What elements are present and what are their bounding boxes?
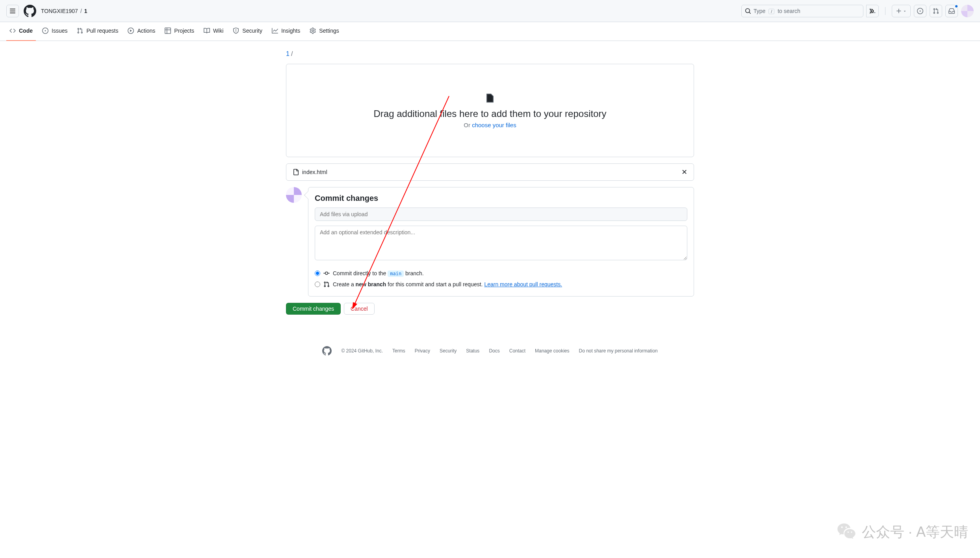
tab-label: Pull requests: [86, 28, 118, 34]
commit-new-branch-label: Create a new branch for this commit and …: [333, 281, 562, 287]
commit-form: Commit changes Commit directly to the ma…: [308, 187, 694, 297]
tab-code[interactable]: Code: [6, 22, 36, 41]
code-icon: [9, 28, 16, 34]
inbox-icon: [948, 8, 955, 14]
notification-indicator: [954, 4, 958, 8]
tab-label: Actions: [137, 28, 155, 34]
file-dropzone[interactable]: Drag additional files here to add them t…: [286, 64, 694, 157]
cancel-button[interactable]: Cancel: [344, 303, 375, 315]
tab-settings[interactable]: Settings: [306, 22, 342, 41]
command-palette-icon: [869, 8, 876, 14]
git-pull-request-icon: [77, 28, 83, 34]
shield-icon: [233, 28, 239, 34]
tab-security[interactable]: Security: [230, 22, 265, 41]
path-header: 1/: [286, 50, 694, 57]
file-icon: [484, 93, 496, 104]
commit-description-textarea[interactable]: [315, 226, 687, 260]
user-avatar-button[interactable]: [961, 5, 974, 17]
triangle-down-icon: [903, 9, 907, 13]
book-icon: [204, 28, 210, 34]
tab-actions[interactable]: Actions: [124, 22, 158, 41]
tab-label: Wiki: [213, 28, 223, 34]
remove-file-button[interactable]: ✕: [681, 169, 687, 176]
commit-avatar: [286, 187, 302, 203]
github-logo-icon[interactable]: [24, 5, 36, 17]
pull-requests-button[interactable]: [930, 5, 942, 17]
search-slash-key: /: [768, 9, 774, 14]
git-pull-request-icon: [323, 281, 330, 287]
breadcrumb-owner-link[interactable]: TONGXIE1907: [41, 8, 78, 14]
search-placeholder-prefix: Type: [754, 8, 765, 14]
table-icon: [165, 28, 171, 34]
hamburger-menu-button[interactable]: [6, 5, 19, 17]
uploaded-file-name: index.html: [302, 169, 327, 175]
footer-link-status[interactable]: Status: [466, 348, 479, 354]
uploaded-file-row: index.html ✕: [286, 163, 694, 181]
dropzone-title: Drag additional files here to add them t…: [299, 108, 681, 119]
repo-root-link[interactable]: 1: [286, 50, 290, 57]
tab-insights[interactable]: Insights: [269, 22, 303, 41]
tab-label: Projects: [174, 28, 194, 34]
tab-label: Settings: [319, 28, 339, 34]
tab-pull-requests[interactable]: Pull requests: [74, 22, 121, 41]
footer-link-privacy[interactable]: Privacy: [415, 348, 430, 354]
tab-label: Issues: [52, 28, 67, 34]
footer-link-terms[interactable]: Terms: [392, 348, 405, 354]
commit-heading: Commit changes: [308, 187, 694, 208]
commit-summary-input[interactable]: [315, 208, 687, 221]
breadcrumb-separator: /: [80, 8, 82, 14]
footer: © 2024 GitHub, Inc. Terms Privacy Securi…: [286, 337, 694, 365]
github-mark-icon[interactable]: [322, 346, 332, 356]
issue-opened-icon: [917, 8, 923, 14]
file-icon: [293, 169, 299, 175]
tab-projects[interactable]: Projects: [161, 22, 197, 41]
commit-direct-radio[interactable]: [315, 271, 320, 276]
create-new-button[interactable]: [892, 5, 911, 17]
tab-issues[interactable]: Issues: [39, 22, 71, 41]
dropzone-subtitle: Or choose your files: [299, 122, 681, 128]
footer-link-donotshare[interactable]: Do not share my personal information: [579, 348, 657, 354]
repo-nav: Code Issues Pull requests Actions Projec…: [0, 22, 980, 41]
play-icon: [128, 28, 134, 34]
git-pull-request-icon: [933, 8, 939, 14]
choose-files-link[interactable]: choose your files: [472, 122, 516, 128]
divider: [885, 7, 885, 15]
tab-label: Code: [19, 28, 33, 34]
commit-new-branch-radio[interactable]: [315, 282, 320, 287]
gear-icon: [310, 28, 316, 34]
command-palette-button[interactable]: [866, 5, 879, 17]
commit-changes-button[interactable]: Commit changes: [286, 303, 341, 315]
breadcrumb-repo-link[interactable]: 1: [84, 8, 87, 14]
three-bars-icon: [9, 8, 16, 14]
graph-icon: [272, 28, 278, 34]
footer-copyright: © 2024 GitHub, Inc.: [341, 348, 383, 354]
tab-wiki[interactable]: Wiki: [200, 22, 226, 41]
issue-opened-icon: [42, 28, 48, 34]
learn-pr-link[interactable]: Learn more about pull requests.: [484, 281, 562, 287]
avatar-image: [961, 5, 974, 17]
issues-button[interactable]: [914, 5, 926, 17]
footer-link-docs[interactable]: Docs: [489, 348, 499, 354]
footer-link-cookies[interactable]: Manage cookies: [535, 348, 569, 354]
footer-link-security[interactable]: Security: [440, 348, 457, 354]
breadcrumb: TONGXIE1907 / 1: [41, 8, 87, 14]
commit-direct-label: Commit directly to the main branch.: [333, 270, 424, 276]
inbox-button[interactable]: [945, 5, 958, 17]
footer-link-contact[interactable]: Contact: [509, 348, 525, 354]
plus-icon: [896, 8, 902, 14]
top-header: TONGXIE1907 / 1 Type / to search: [0, 0, 980, 22]
tab-label: Security: [242, 28, 262, 34]
path-separator: /: [291, 50, 293, 57]
search-input[interactable]: Type / to search: [741, 5, 863, 17]
search-icon: [745, 8, 751, 14]
search-placeholder-suffix: to search: [778, 8, 800, 14]
git-commit-icon: [323, 270, 330, 276]
tab-label: Insights: [281, 28, 300, 34]
